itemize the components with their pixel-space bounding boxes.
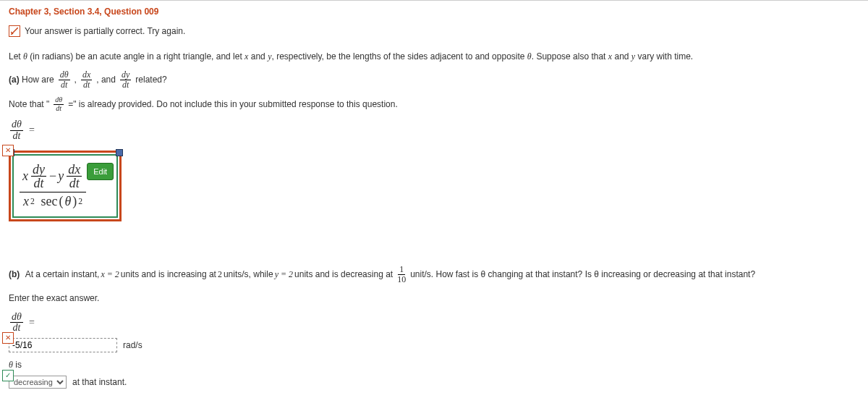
- part-b-input-wrap: ✕: [9, 338, 117, 352]
- frac-dy-dt: dy dt: [120, 70, 131, 89]
- lhs-frac: dθ dt: [10, 119, 23, 141]
- incorrect-icon: ✕: [2, 145, 14, 156]
- frac-1-10: 1 10: [396, 265, 407, 284]
- select-tail: at that instant.: [72, 377, 127, 387]
- part-b-prompt: (b) At a certain instant, x = 2 units an…: [9, 265, 859, 284]
- part-a-lhs: dθ dt =: [9, 119, 859, 141]
- part-b-select-row: ✓ decreasing at that instant.: [9, 376, 859, 389]
- part-a-answer-wrap: ✕ x dy dt − y dx dt: [9, 151, 122, 222]
- enter-exact: Enter the exact answer.: [9, 292, 859, 305]
- part-a-tail: related?: [135, 73, 166, 86]
- theta-is-label: θ is: [9, 358, 859, 371]
- part-a-prompt: (a) How are dθ dt , dx dt , and dy dt re…: [9, 70, 859, 89]
- resize-handle-icon[interactable]: [116, 149, 123, 156]
- question-content: Chapter 3, Section 3.4, Question 009 You…: [0, 1, 868, 403]
- correct-icon: ✓: [2, 370, 14, 381]
- feedback-text: Your answer is partially correct. Try ag…: [25, 26, 185, 36]
- frac-dx-dt-ans: dx dt: [67, 163, 82, 191]
- answer-expression: x dy dt − y dx dt x2: [20, 161, 86, 211]
- part-a-lead: How are: [22, 75, 54, 85]
- note-eq: =" is already provided. Do not include t…: [68, 98, 398, 111]
- frac-dtheta-dt: dθ dt: [59, 70, 70, 89]
- scroll-viewport[interactable]: Chapter 3, Section 3.4, Question 009 You…: [0, 0, 868, 419]
- expression-input[interactable]: x dy dt − y dx dt x2: [9, 151, 122, 222]
- direction-select[interactable]: decreasing: [9, 376, 67, 389]
- units-label: rad/s: [123, 340, 142, 350]
- question-title: Chapter 3, Section 3.4, Question 009: [9, 7, 859, 17]
- part-b-answer-row: ✕ rad/s: [9, 338, 859, 352]
- part-a-note: Note that " dθ dt =" is already provided…: [9, 96, 859, 112]
- partial-correct-icon: [9, 25, 20, 37]
- frac-dy-dt-ans: dy dt: [31, 163, 46, 191]
- feedback-row: Your answer is partially correct. Try ag…: [9, 25, 859, 37]
- frac-dtheta-dt-small: dθ dt: [54, 96, 64, 112]
- note-pre: Note that ": [9, 98, 49, 111]
- part-b-select-wrap: ✓ decreasing: [9, 376, 67, 389]
- part-b-label: (b): [9, 268, 20, 281]
- intro-text: Let θ (in radians) be an acute angle in …: [9, 50, 859, 63]
- part-a-label: (a): [9, 75, 20, 85]
- edit-button[interactable]: Edit: [87, 163, 114, 180]
- numeric-answer-input[interactable]: [9, 338, 117, 352]
- equals-sign: =: [29, 124, 35, 136]
- frac-dx-dt: dx dt: [81, 70, 92, 89]
- incorrect-icon: ✕: [2, 332, 14, 344]
- lhs-frac-b: dθ dt: [10, 312, 23, 334]
- part-a-and: , and: [96, 73, 116, 86]
- part-b-lhs: dθ dt =: [9, 312, 859, 334]
